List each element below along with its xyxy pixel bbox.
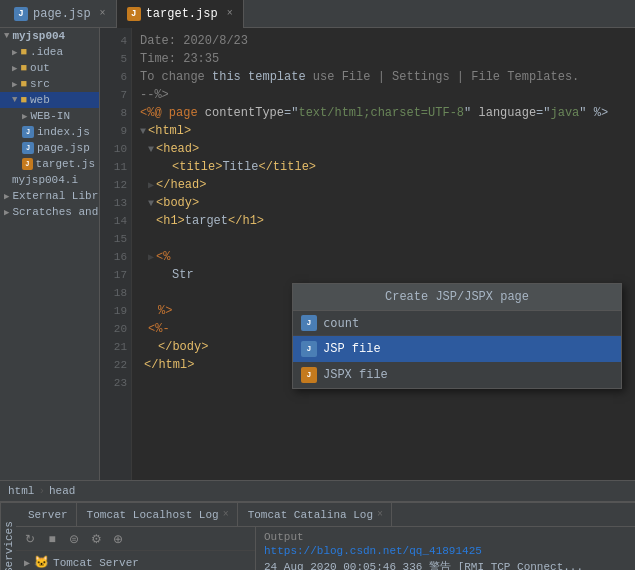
sidebar-item-extlibs[interactable]: ▶ External Libra bbox=[0, 188, 99, 204]
jsp-file-icon: J bbox=[22, 126, 34, 138]
jspx-option-icon: J bbox=[301, 367, 317, 383]
dropdown-title: Create JSP/JSPX page bbox=[293, 284, 621, 311]
toolbar-stop-btn[interactable]: ■ bbox=[42, 530, 62, 548]
localhost-log-close[interactable]: × bbox=[223, 509, 229, 520]
sidebar-label-src: src bbox=[30, 78, 50, 90]
server-tab-label: Server bbox=[28, 509, 68, 521]
localhost-log-label: Tomcat Localhost Log bbox=[87, 509, 219, 521]
jsp-option-icon: J bbox=[301, 341, 317, 357]
code-line-7: --%> bbox=[140, 86, 627, 104]
code-line-6: To change this template use File | Setti… bbox=[140, 68, 627, 86]
tab-target-jsp[interactable]: J target.jsp × bbox=[117, 0, 244, 28]
sidebar-item-index[interactable]: J index.js bbox=[0, 124, 99, 140]
tab-close-page[interactable]: × bbox=[100, 8, 106, 19]
sidebar-label-webin: WEB-IN bbox=[30, 110, 70, 122]
sidebar: ▼ myjsp004 ▶ ■ .idea ▶ ■ out ▶ ■ src ▼ ■… bbox=[0, 28, 100, 480]
toolbar-rerun-btn[interactable]: ↻ bbox=[20, 530, 40, 548]
dropdown-input-icon: J bbox=[301, 315, 317, 331]
expand-icon: ▶ bbox=[4, 191, 9, 202]
catalina-log-close[interactable]: × bbox=[377, 509, 383, 520]
dropdown-input[interactable] bbox=[323, 316, 613, 330]
sidebar-item-web[interactable]: ▼ ■ web bbox=[0, 92, 99, 108]
toolbar-more-btn[interactable]: ⊕ bbox=[108, 530, 128, 548]
toolbar-filter-btn[interactable]: ⊜ bbox=[64, 530, 84, 548]
code-lines: 4 5 6 7 8 9 10 11 12 13 14 15 16 17 18 1… bbox=[100, 28, 635, 480]
toolbar-settings-btn[interactable]: ⚙ bbox=[86, 530, 106, 548]
sidebar-label-scratches: Scratches and bbox=[12, 206, 98, 218]
tab-page-jsp[interactable]: J page.jsp × bbox=[4, 0, 117, 28]
sidebar-label-extlibs: External Libra bbox=[12, 190, 99, 202]
folder-icon: ■ bbox=[20, 78, 27, 90]
tab-bar: J page.jsp × J target.jsp × bbox=[0, 0, 635, 28]
server-row-tomcat[interactable]: ▶ 🐱 Tomcat Server bbox=[24, 555, 247, 570]
tab-close-target[interactable]: × bbox=[227, 8, 233, 19]
bottom-panel: Services Server Tomcat Localhost Log × T… bbox=[0, 502, 635, 570]
create-page-dropdown: Create JSP/JSPX page J J JSP file J JSPX… bbox=[292, 283, 622, 389]
project-name: myjsp004 bbox=[12, 30, 65, 42]
breadcrumb-html[interactable]: html bbox=[8, 485, 34, 497]
expand-icon: ▼ bbox=[12, 95, 17, 105]
bottom-tab-localhost-log[interactable]: Tomcat Localhost Log × bbox=[79, 503, 238, 527]
code-line-12: ▶</head> bbox=[140, 176, 627, 194]
sidebar-item-scratches[interactable]: ▶ Scratches and bbox=[0, 204, 99, 220]
code-content[interactable]: Date: 2020/8/23 Time: 23:35 To change th… bbox=[132, 28, 635, 480]
dropdown-option-jsp[interactable]: J JSP file bbox=[293, 336, 621, 362]
sidebar-item-myjsp004[interactable]: ▼ myjsp004 bbox=[0, 28, 99, 44]
catalina-log-label: Tomcat Catalina Log bbox=[248, 509, 373, 521]
main-layout: ▼ myjsp004 ▶ ■ .idea ▶ ■ out ▶ ■ src ▼ ■… bbox=[0, 28, 635, 480]
bottom-content: ↻ ■ ⊜ ⚙ ⊕ ▶ 🐱 Tomcat Server ▶ bbox=[16, 527, 635, 570]
tab-label-target: target.jsp bbox=[146, 7, 218, 21]
tab-label-page: page.jsp bbox=[33, 7, 91, 21]
editor-area[interactable]: 4 5 6 7 8 9 10 11 12 13 14 15 16 17 18 1… bbox=[100, 28, 635, 480]
expand-icon: ▶ bbox=[4, 207, 9, 218]
jsp-file-icon2: J bbox=[22, 142, 34, 154]
expand-icon: ▶ bbox=[22, 111, 27, 122]
sidebar-label-iml: myjsp004.i bbox=[12, 174, 78, 186]
code-line-16: ▶<% bbox=[140, 248, 627, 266]
code-line-11: <title>Title</title> bbox=[140, 158, 627, 176]
code-line-9: ▼<html> bbox=[140, 122, 627, 140]
dropdown-option-jsp-label: JSP file bbox=[323, 340, 381, 358]
bottom-right-panel: Output https://blog.csdn.net/qq_41891425… bbox=[256, 527, 635, 570]
sidebar-item-webin[interactable]: ▶ WEB-IN bbox=[0, 108, 99, 124]
jsp-file-icon3: J bbox=[22, 158, 33, 170]
tomcat-icon: 🐱 bbox=[34, 555, 49, 570]
code-line-5: Time: 23:35 bbox=[140, 50, 627, 68]
output-label: Output bbox=[264, 531, 627, 543]
sidebar-item-targetjsp[interactable]: J target.js bbox=[0, 156, 99, 172]
sidebar-item-idea[interactable]: ▶ ■ .idea bbox=[0, 44, 99, 60]
sidebar-label-targetjsp: target.js bbox=[36, 158, 95, 170]
sidebar-item-src[interactable]: ▶ ■ src bbox=[0, 76, 99, 92]
sidebar-label-web: web bbox=[30, 94, 50, 106]
dropdown-option-jspx[interactable]: J JSPX file bbox=[293, 362, 621, 388]
sidebar-item-iml[interactable]: myjsp004.i bbox=[0, 172, 99, 188]
dropdown-option-jspx-label: JSPX file bbox=[323, 366, 388, 384]
code-line-17: Str bbox=[140, 266, 627, 284]
sidebar-item-out[interactable]: ▶ ■ out bbox=[0, 60, 99, 76]
code-line-13: ▼<body> bbox=[140, 194, 627, 212]
server-name: Tomcat Server bbox=[53, 557, 139, 569]
expand-icon: ▶ bbox=[12, 47, 17, 58]
sidebar-label-pagejsp: page.jsp bbox=[37, 142, 90, 154]
expand-icon: ▶ bbox=[12, 63, 17, 74]
services-main: Server Tomcat Localhost Log × Tomcat Cat… bbox=[16, 503, 635, 570]
folder-icon: ■ bbox=[20, 62, 27, 74]
expand-icon: ▼ bbox=[4, 31, 9, 41]
line-numbers: 4 5 6 7 8 9 10 11 12 13 14 15 16 17 18 1… bbox=[100, 28, 132, 480]
bottom-tab-server[interactable]: Server bbox=[20, 503, 77, 527]
breadcrumb-head[interactable]: head bbox=[49, 485, 75, 497]
server-list: ▶ 🐱 Tomcat Server ▶ Running bbox=[16, 551, 255, 570]
jsp-icon-target: J bbox=[127, 7, 141, 21]
folder-icon: ■ bbox=[20, 46, 27, 58]
output-url[interactable]: https://blog.csdn.net/qq_41891425 bbox=[264, 545, 627, 557]
sidebar-label-out: out bbox=[30, 62, 50, 74]
sidebar-label-idea: .idea bbox=[30, 46, 63, 58]
breadcrumb-sep-1: › bbox=[38, 485, 45, 497]
folder-icon-web: ■ bbox=[20, 94, 27, 106]
code-line-14: <h1>target</h1> bbox=[140, 212, 627, 230]
bottom-tab-catalina-log[interactable]: Tomcat Catalina Log × bbox=[240, 503, 392, 527]
sidebar-item-pagejsp[interactable]: J page.jsp bbox=[0, 140, 99, 156]
services-label[interactable]: Services bbox=[0, 503, 16, 570]
server-expand-icon: ▶ bbox=[24, 557, 30, 569]
dropdown-input-row: J bbox=[293, 311, 621, 336]
